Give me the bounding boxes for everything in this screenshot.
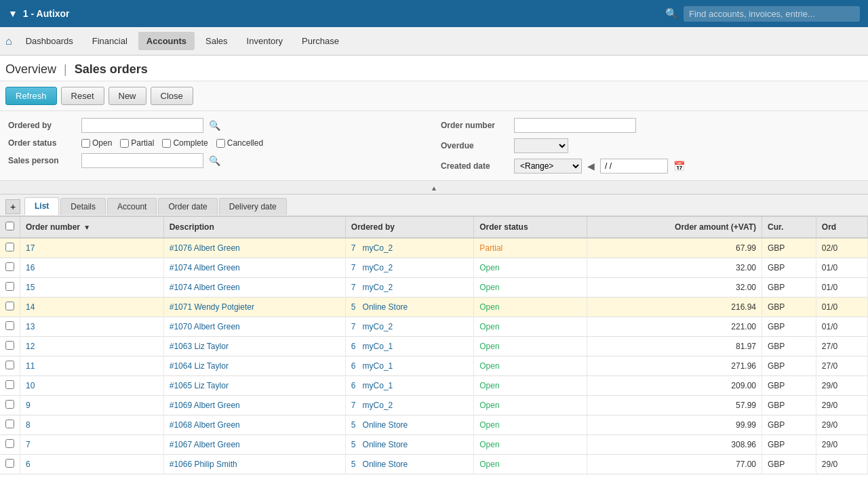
ordered-by-co-link[interactable]: Online Store (363, 420, 408, 430)
filter-collapse-row[interactable]: ▲ (0, 181, 868, 195)
new-button[interactable]: New (108, 87, 146, 105)
row-checkbox[interactable] (5, 459, 14, 468)
row-checkbox[interactable] (5, 282, 14, 291)
description-link[interactable]: #1074 Albert Green (170, 283, 240, 292)
row-checkbox[interactable] (5, 341, 14, 350)
ordered-by-co-link[interactable]: Online Store (363, 302, 408, 312)
order-num-link[interactable]: 17 (26, 243, 35, 253)
col-ordered-by[interactable]: Ordered by (345, 217, 473, 238)
nav-item-accounts[interactable]: Accounts (138, 32, 195, 50)
status-complete-check[interactable] (162, 139, 171, 148)
status-cancelled-check[interactable] (216, 139, 225, 148)
ordered-by-num-link[interactable]: 5 (351, 420, 356, 430)
ordered-by-co-link[interactable]: myCo_1 (363, 361, 393, 371)
date-input[interactable] (600, 159, 668, 174)
home-icon[interactable]: ⌂ (5, 35, 12, 47)
ordered-by-co-link[interactable]: Online Store (363, 460, 408, 469)
ordered-by-num-link[interactable]: 7 (351, 283, 356, 292)
status-open-check[interactable] (81, 139, 90, 148)
ordered-by-co-link[interactable]: myCo_2 (363, 263, 393, 272)
col-order-amount[interactable]: Order amount (+VAT) (587, 217, 762, 238)
row-checkbox[interactable] (5, 302, 14, 310)
overdue-select[interactable] (514, 138, 568, 153)
tab-details[interactable]: Details (60, 198, 106, 215)
refresh-button[interactable]: Refresh (5, 87, 57, 105)
ordered-by-num-link[interactable]: 5 (351, 460, 356, 469)
close-button[interactable]: Close (151, 87, 193, 105)
tab-delivery-date[interactable]: Delivery date (219, 198, 287, 215)
order-num-link[interactable]: 6 (26, 460, 31, 469)
status-partial-checkbox[interactable]: Partial (120, 138, 154, 148)
description-link[interactable]: #1067 Albert Green (170, 440, 240, 449)
nav-item-financial[interactable]: Financial (84, 32, 136, 50)
ordered-by-num-link[interactable]: 7 (351, 243, 356, 253)
order-num-link[interactable]: 13 (26, 322, 35, 331)
order-num-link[interactable]: 10 (26, 381, 35, 390)
ordered-by-co-link[interactable]: myCo_1 (363, 342, 393, 351)
ordered-by-search-button[interactable]: 🔍 (209, 120, 220, 131)
ordered-by-num-link[interactable]: 7 (351, 322, 356, 331)
col-ord[interactable]: Ord (816, 217, 867, 238)
col-order-status[interactable]: Order status (474, 217, 587, 238)
ordered-by-num-link[interactable]: 7 (351, 401, 356, 410)
col-currency[interactable]: Cur. (762, 217, 816, 238)
description-link[interactable]: #1068 Albert Green (170, 420, 240, 430)
ordered-by-num-link[interactable]: 7 (351, 263, 356, 272)
reset-button[interactable]: Reset (61, 87, 104, 105)
order-num-link[interactable]: 12 (26, 342, 35, 351)
description-link[interactable]: #1071 Wendy Potgieter (170, 302, 254, 312)
status-partial-check[interactable] (120, 139, 129, 148)
order-num-link[interactable]: 7 (26, 440, 31, 449)
row-checkbox[interactable] (5, 361, 14, 369)
ordered-by-num-link[interactable]: 6 (351, 381, 356, 390)
description-link[interactable]: #1064 Liz Taylor (170, 361, 229, 371)
order-num-link[interactable]: 11 (26, 361, 35, 371)
global-search-input[interactable] (684, 6, 860, 22)
description-link[interactable]: #1069 Albert Green (170, 401, 240, 410)
date-calendar-button[interactable]: 📅 (673, 161, 685, 171)
filter-collapse-button[interactable]: ▲ (431, 184, 437, 192)
ordered-by-num-link[interactable]: 5 (351, 302, 356, 312)
order-num-link[interactable]: 8 (26, 420, 31, 430)
order-num-link[interactable]: 9 (26, 401, 31, 410)
nav-item-sales[interactable]: Sales (197, 32, 236, 50)
select-all-checkbox[interactable] (5, 222, 14, 230)
row-checkbox[interactable] (5, 262, 14, 271)
ordered-by-co-link[interactable]: myCo_1 (363, 381, 393, 390)
description-link[interactable]: #1063 Liz Taylor (170, 342, 229, 351)
tab-order-date[interactable]: Order date (158, 198, 217, 215)
status-cancelled-checkbox[interactable]: Cancelled (216, 138, 263, 148)
ordered-by-input[interactable] (81, 118, 203, 133)
date-range-select[interactable]: <Range> (514, 159, 582, 174)
description-link[interactable]: #1070 Albert Green (170, 322, 240, 331)
order-num-link[interactable]: 14 (26, 302, 35, 312)
ordered-by-num-link[interactable]: 5 (351, 440, 356, 449)
row-checkbox[interactable] (5, 439, 14, 448)
sales-person-search-button[interactable]: 🔍 (209, 155, 220, 166)
nav-item-dashboards[interactable]: Dashboards (18, 32, 81, 50)
row-checkbox[interactable] (5, 380, 14, 389)
tab-list[interactable]: List (24, 197, 59, 216)
description-link[interactable]: #1065 Liz Taylor (170, 381, 229, 390)
tab-add-button[interactable]: + (5, 199, 20, 214)
date-prev-button[interactable]: ◀ (587, 161, 595, 171)
ordered-by-co-link[interactable]: myCo_2 (363, 322, 393, 331)
nav-item-inventory[interactable]: Inventory (239, 32, 291, 50)
col-description[interactable]: Description (163, 217, 345, 238)
ordered-by-num-link[interactable]: 6 (351, 361, 356, 371)
ordered-by-co-link[interactable]: Online Store (363, 440, 408, 449)
sales-person-input[interactable] (81, 153, 203, 168)
nav-item-purchase[interactable]: Purchase (294, 32, 347, 50)
row-checkbox[interactable] (5, 321, 14, 330)
ordered-by-num-link[interactable]: 6 (351, 342, 356, 351)
description-link[interactable]: #1074 Albert Green (170, 263, 240, 272)
status-open-checkbox[interactable]: Open (81, 138, 112, 148)
row-checkbox[interactable] (5, 420, 14, 428)
tab-account[interactable]: Account (107, 198, 157, 215)
ordered-by-co-link[interactable]: myCo_2 (363, 283, 393, 292)
order-num-link[interactable]: 15 (26, 283, 35, 292)
ordered-by-co-link[interactable]: myCo_2 (363, 243, 393, 253)
row-checkbox[interactable] (5, 243, 14, 251)
col-order-number[interactable]: Order number ▼ (20, 217, 164, 238)
order-num-link[interactable]: 16 (26, 263, 35, 272)
